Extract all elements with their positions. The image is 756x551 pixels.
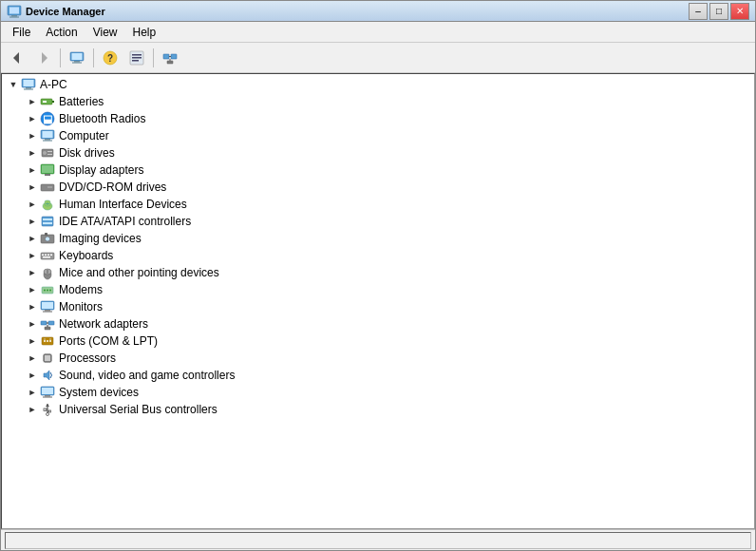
tree-item-mice[interactable]: ► Mice and other pointing devices: [2, 264, 754, 281]
expand-network[interactable]: ►: [25, 316, 40, 332]
expand-sound[interactable]: ►: [25, 368, 40, 383]
imaging-label: Imaging devices: [59, 232, 142, 245]
tree-item-modems[interactable]: ► Modems: [2, 281, 754, 298]
expand-keyboards[interactable]: ►: [25, 248, 40, 263]
expand-ide[interactable]: ►: [25, 214, 40, 229]
expand-usb[interactable]: ►: [25, 402, 40, 417]
tree-item-monitors[interactable]: ► Monitors: [2, 298, 754, 315]
svg-rect-49: [43, 218, 52, 220]
minimize-button[interactable]: –: [689, 3, 708, 20]
svg-rect-100: [43, 397, 52, 398]
batteries-label: Batteries: [59, 95, 104, 108]
svg-rect-19: [167, 61, 173, 64]
svg-point-77: [44, 340, 46, 342]
mice-icon: [40, 265, 55, 280]
tree-item-display-adapters[interactable]: ► Display adapters: [2, 162, 754, 179]
svg-rect-71: [41, 321, 47, 325]
collapse-arrow[interactable]: ▼: [6, 77, 21, 92]
tree-item-sound[interactable]: ► Sound, video and game controllers: [2, 367, 754, 384]
keyboards-icon: [40, 248, 55, 263]
svg-rect-58: [50, 255, 52, 256]
expand-ports[interactable]: ►: [25, 333, 40, 349]
tree-item-computer[interactable]: ► Computer: [2, 127, 754, 144]
svg-rect-40: [45, 174, 50, 176]
tree-item-dvd[interactable]: ► DVD/CD-ROM drives: [2, 179, 754, 196]
monitors-label: Monitors: [59, 300, 103, 314]
expand-system[interactable]: ►: [25, 385, 40, 400]
expand-hid[interactable]: ►: [25, 197, 40, 212]
toolbar-separator-2: [93, 48, 94, 67]
expand-display[interactable]: ►: [25, 162, 40, 178]
expand-monitors[interactable]: ►: [25, 299, 40, 314]
network-view-button[interactable]: [158, 47, 182, 69]
show-hidden-button[interactable]: [65, 47, 89, 69]
svg-point-78: [47, 340, 48, 342]
usb-label: Universal Serial Bus controllers: [59, 403, 217, 416]
tree-root-item[interactable]: ▼ A-PC: [2, 76, 754, 93]
properties-button[interactable]: [124, 47, 149, 69]
expand-processors[interactable]: ►: [25, 351, 40, 366]
svg-rect-36: [47, 151, 52, 152]
device-manager-window: Device Manager – □ ✕ File Action View He…: [0, 0, 756, 551]
tree-item-ide[interactable]: ► IDE ATA/ATAPI controllers: [2, 213, 754, 230]
svg-point-35: [43, 151, 47, 155]
menu-action[interactable]: Action: [38, 24, 85, 41]
tree-item-processors[interactable]: ►: [2, 350, 754, 367]
menu-view[interactable]: View: [85, 24, 125, 41]
menu-file[interactable]: File: [5, 24, 38, 41]
ide-icon: [40, 214, 55, 229]
title-bar: Device Manager – □ ✕: [1, 1, 755, 22]
computer-label: Computer: [59, 129, 109, 142]
tree-item-system-devices[interactable]: ► System devices: [2, 384, 754, 401]
expand-modems[interactable]: ►: [25, 282, 40, 297]
close-button[interactable]: ✕: [730, 3, 749, 20]
svg-rect-39: [42, 165, 53, 173]
menu-help[interactable]: Help: [125, 24, 164, 41]
window-icon: [7, 4, 22, 19]
batteries-icon: [40, 94, 55, 109]
tree-item-imaging[interactable]: ► Imaging devices: [2, 230, 754, 247]
title-bar-controls: – □ ✕: [689, 3, 749, 20]
svg-point-66: [49, 290, 51, 292]
forward-button[interactable]: [31, 47, 56, 69]
tree-item-bluetooth[interactable]: ► ⬓ Bluetooth Radios: [2, 110, 754, 127]
tree-item-network[interactable]: ► Network adapters: [2, 315, 754, 332]
svg-rect-69: [45, 310, 50, 312]
help-button[interactable]: ?: [98, 47, 123, 69]
svg-marker-4: [13, 52, 19, 64]
monitors-icon: [40, 299, 55, 314]
tree-item-hid[interactable]: ► Human Interface Devices: [2, 196, 754, 213]
svg-rect-50: [43, 222, 52, 224]
svg-marker-102: [46, 404, 49, 407]
computer-small-icon: [69, 50, 85, 66]
tree-item-usb[interactable]: ► Universal Serial Bus controllers: [2, 401, 754, 418]
expand-mice[interactable]: ►: [25, 265, 40, 280]
back-button[interactable]: [5, 47, 29, 69]
svg-rect-70: [43, 312, 52, 313]
tree-item-ports[interactable]: ► Ports (COM & LPT): [2, 332, 754, 350]
device-tree[interactable]: ▼ A-PC ►: [2, 74, 754, 528]
svg-rect-8: [74, 61, 80, 63]
help-icon: ?: [103, 50, 118, 66]
computer-icon: [21, 77, 36, 92]
maximize-button[interactable]: □: [709, 3, 728, 20]
expand-imaging[interactable]: ►: [25, 231, 40, 246]
expand-computer[interactable]: ►: [25, 128, 40, 143]
svg-rect-53: [45, 233, 47, 236]
expand-bluetooth[interactable]: ►: [25, 111, 40, 126]
svg-rect-23: [26, 87, 31, 89]
svg-rect-3: [9, 16, 19, 17]
expand-disk[interactable]: ►: [25, 145, 40, 161]
svg-rect-17: [171, 54, 177, 59]
expand-batteries[interactable]: ►: [25, 94, 40, 109]
tree-item-keyboards[interactable]: ► Keyboards: [2, 247, 754, 264]
svg-rect-7: [72, 53, 83, 60]
expand-dvd[interactable]: ►: [25, 180, 40, 195]
tree-item-disk-drives[interactable]: ► Disk drives: [2, 144, 754, 162]
svg-rect-48: [42, 217, 53, 226]
svg-rect-83: [45, 355, 50, 361]
hid-icon: [40, 197, 55, 212]
processors-icon: [40, 351, 55, 366]
tree-item-batteries[interactable]: ► Batteries: [2, 93, 754, 110]
svg-rect-43: [47, 187, 52, 188]
